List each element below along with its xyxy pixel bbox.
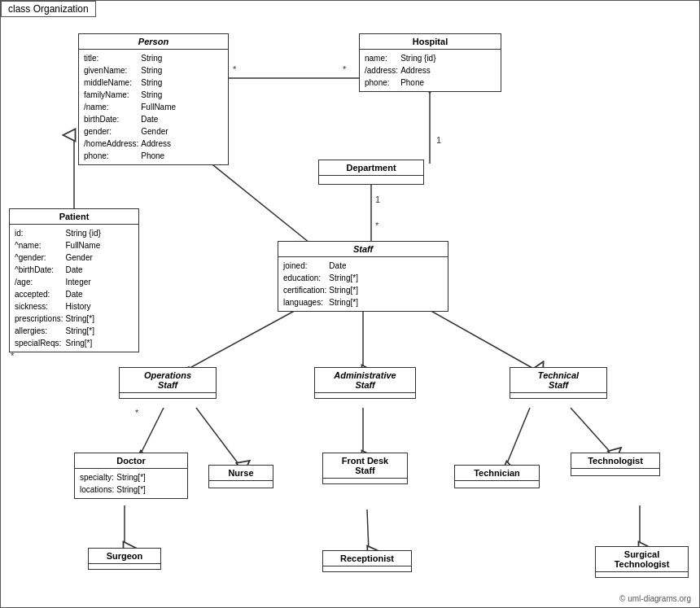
svg-text:*: * xyxy=(135,408,139,418)
class-hospital: Hospital name:String {id} /address:Addre… xyxy=(359,33,501,92)
svg-line-13 xyxy=(196,408,241,467)
class-operations-staff-body xyxy=(120,393,216,398)
svg-line-15 xyxy=(505,408,530,467)
svg-text:1: 1 xyxy=(375,195,380,204)
class-staff-body: joined:Date education:String[*] certific… xyxy=(278,257,448,311)
class-department-body xyxy=(319,176,423,184)
class-technical-staff-body xyxy=(510,393,606,398)
class-surgeon-body xyxy=(89,564,160,569)
class-doctor-body: specialty:String[*] locations:String[*] xyxy=(75,469,187,498)
class-technologist-body xyxy=(571,469,659,475)
class-doctor: Doctor specialty:String[*] locations:Str… xyxy=(74,453,188,499)
svg-line-16 xyxy=(571,408,613,455)
diagram-title: class Organization xyxy=(1,1,96,17)
class-admin-staff-header: Administrative Staff xyxy=(315,368,415,393)
class-admin-staff-body xyxy=(315,393,415,398)
class-nurse-body xyxy=(209,481,273,488)
class-surgeon-header: Surgeon xyxy=(89,549,160,564)
class-nurse: Nurse xyxy=(208,465,273,488)
class-department: Department xyxy=(318,160,424,185)
class-technical-staff: Technical Staff xyxy=(510,367,607,399)
class-operations-staff: Operations Staff xyxy=(119,367,217,399)
class-nurse-header: Nurse xyxy=(209,466,273,481)
copyright-text: © uml-diagrams.org xyxy=(619,594,691,603)
class-hospital-header: Hospital xyxy=(360,34,501,50)
class-patient: Patient id:String {id} ^name:FullName ^g… xyxy=(9,208,139,352)
class-person-header: Person xyxy=(79,34,228,50)
class-hospital-body: name:String {id} /address:Address phone:… xyxy=(360,50,501,91)
class-technologist-header: Technologist xyxy=(571,453,659,469)
class-patient-header: Patient xyxy=(10,209,138,225)
class-receptionist-body xyxy=(323,566,411,571)
class-frontdesk-body xyxy=(323,479,407,483)
class-technician-header: Technician xyxy=(455,466,539,481)
svg-text:*: * xyxy=(375,221,379,230)
class-department-header: Department xyxy=(319,160,423,176)
class-frontdesk: Front Desk Staff xyxy=(322,453,408,484)
class-staff: Staff joined:Date education:String[*] ce… xyxy=(278,241,448,312)
svg-text:*: * xyxy=(233,64,237,74)
class-surgical-technologist-header: Surgical Technologist xyxy=(596,547,688,572)
class-admin-staff: Administrative Staff xyxy=(314,367,416,399)
class-surgeon: Surgeon xyxy=(88,548,161,570)
class-technician: Technician xyxy=(454,465,540,488)
class-surgical-technologist: Surgical Technologist xyxy=(595,546,689,578)
diagram-container: class Organization xyxy=(0,0,700,608)
class-doctor-header: Doctor xyxy=(75,453,187,469)
class-person-body: title:String givenName:String middleName… xyxy=(79,50,228,164)
class-technical-staff-header: Technical Staff xyxy=(510,368,606,393)
class-receptionist-header: Receptionist xyxy=(323,551,411,566)
class-technologist: Technologist xyxy=(571,453,660,476)
class-surgical-technologist-body xyxy=(596,572,688,577)
svg-line-12 xyxy=(139,408,164,457)
svg-text:1: 1 xyxy=(436,135,441,145)
class-patient-body: id:String {id} ^name:FullName ^gender:Ge… xyxy=(10,225,138,352)
class-person: Person title:String givenName:String mid… xyxy=(78,33,229,165)
class-frontdesk-header: Front Desk Staff xyxy=(323,453,407,479)
svg-line-18 xyxy=(367,510,369,552)
svg-text:*: * xyxy=(343,64,347,74)
class-receptionist: Receptionist xyxy=(322,550,412,572)
class-technician-body xyxy=(455,481,539,488)
class-operations-staff-header: Operations Staff xyxy=(120,368,216,393)
class-staff-header: Staff xyxy=(278,242,448,257)
